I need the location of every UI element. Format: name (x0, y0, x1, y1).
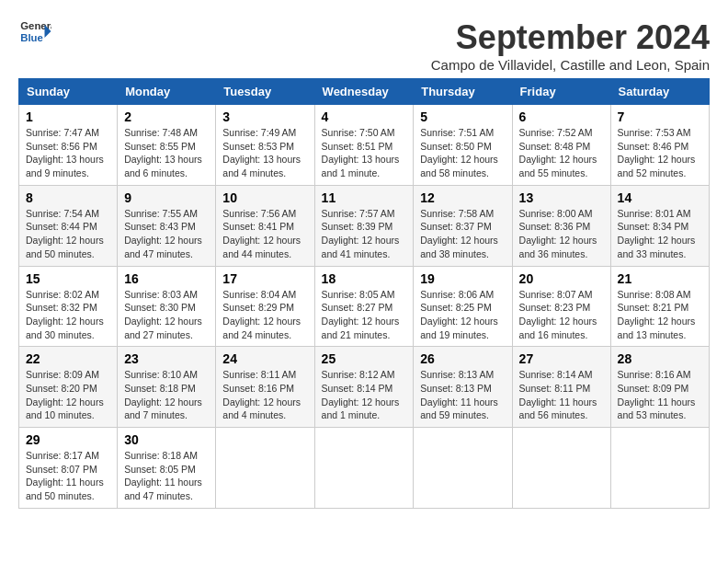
day-info: Sunrise: 7:56 AM Sunset: 8:41 PM Dayligh… (222, 207, 307, 261)
day-info: Sunrise: 7:58 AM Sunset: 8:37 PM Dayligh… (420, 207, 505, 261)
calendar-cell: 27Sunrise: 8:14 AM Sunset: 8:11 PM Dayli… (512, 347, 610, 428)
calendar-cell: 11Sunrise: 7:57 AM Sunset: 8:39 PM Dayli… (314, 185, 414, 266)
calendar-cell: 24Sunrise: 8:11 AM Sunset: 8:16 PM Dayli… (216, 347, 314, 428)
calendar-cell: 20Sunrise: 8:07 AM Sunset: 8:23 PM Dayli… (512, 266, 610, 347)
calendar-cell: 15Sunrise: 8:02 AM Sunset: 8:32 PM Dayli… (19, 266, 118, 347)
day-info: Sunrise: 8:09 AM Sunset: 8:20 PM Dayligh… (26, 368, 110, 422)
calendar-cell: 17Sunrise: 8:04 AM Sunset: 8:29 PM Dayli… (216, 266, 314, 347)
header-tuesday: Tuesday (216, 79, 314, 105)
day-number: 11 (322, 190, 407, 205)
day-number: 28 (618, 351, 702, 366)
day-number: 1 (26, 109, 110, 124)
day-info: Sunrise: 8:00 AM Sunset: 8:36 PM Dayligh… (519, 207, 604, 261)
day-number: 26 (420, 351, 505, 366)
day-number: 14 (618, 190, 702, 205)
day-number: 19 (420, 271, 505, 286)
calendar-cell: 8Sunrise: 7:54 AM Sunset: 8:44 PM Daylig… (19, 185, 118, 266)
page-subtitle: Campo de Villavidel, Castille and Leon, … (431, 57, 710, 73)
calendar-cell: 6Sunrise: 7:52 AM Sunset: 8:48 PM Daylig… (512, 105, 610, 186)
day-info: Sunrise: 8:01 AM Sunset: 8:34 PM Dayligh… (618, 207, 702, 261)
day-info: Sunrise: 7:51 AM Sunset: 8:50 PM Dayligh… (420, 126, 505, 180)
day-number: 8 (26, 190, 110, 205)
day-info: Sunrise: 8:08 AM Sunset: 8:21 PM Dayligh… (618, 288, 702, 342)
calendar-cell (414, 428, 512, 509)
day-info: Sunrise: 8:14 AM Sunset: 8:11 PM Dayligh… (519, 368, 604, 422)
week-row-5: 29Sunrise: 8:17 AM Sunset: 8:07 PM Dayli… (19, 428, 710, 509)
calendar-cell: 10Sunrise: 7:56 AM Sunset: 8:41 PM Dayli… (216, 185, 314, 266)
day-info: Sunrise: 8:04 AM Sunset: 8:29 PM Dayligh… (222, 288, 307, 342)
day-number: 10 (222, 190, 307, 205)
day-number: 4 (322, 109, 407, 124)
day-info: Sunrise: 7:47 AM Sunset: 8:56 PM Dayligh… (26, 126, 110, 180)
day-number: 16 (124, 271, 209, 286)
calendar-cell: 12Sunrise: 7:58 AM Sunset: 8:37 PM Dayli… (414, 185, 512, 266)
day-number: 9 (124, 190, 209, 205)
calendar-cell: 1Sunrise: 7:47 AM Sunset: 8:56 PM Daylig… (19, 105, 118, 186)
calendar-cell: 2Sunrise: 7:48 AM Sunset: 8:55 PM Daylig… (118, 105, 216, 186)
week-row-2: 8Sunrise: 7:54 AM Sunset: 8:44 PM Daylig… (19, 185, 710, 266)
calendar-cell: 18Sunrise: 8:05 AM Sunset: 8:27 PM Dayli… (314, 266, 414, 347)
day-info: Sunrise: 8:18 AM Sunset: 8:05 PM Dayligh… (124, 449, 209, 503)
logo-icon: General Blue (18, 18, 51, 44)
calendar-cell: 23Sunrise: 8:10 AM Sunset: 8:18 PM Dayli… (118, 347, 216, 428)
calendar-cell: 21Sunrise: 8:08 AM Sunset: 8:21 PM Dayli… (610, 266, 709, 347)
day-info: Sunrise: 8:12 AM Sunset: 8:14 PM Dayligh… (322, 368, 407, 422)
day-number: 17 (222, 271, 307, 286)
day-info: Sunrise: 7:55 AM Sunset: 8:43 PM Dayligh… (124, 207, 209, 261)
calendar-cell: 4Sunrise: 7:50 AM Sunset: 8:51 PM Daylig… (314, 105, 414, 186)
calendar-cell: 7Sunrise: 7:53 AM Sunset: 8:46 PM Daylig… (610, 105, 709, 186)
calendar-cell (216, 428, 314, 509)
svg-text:Blue: Blue (20, 32, 43, 43)
calendar-cell: 26Sunrise: 8:13 AM Sunset: 8:13 PM Dayli… (414, 347, 512, 428)
day-number: 6 (519, 109, 604, 124)
calendar-cell: 3Sunrise: 7:49 AM Sunset: 8:53 PM Daylig… (216, 105, 314, 186)
day-info: Sunrise: 7:54 AM Sunset: 8:44 PM Dayligh… (26, 207, 110, 261)
day-info: Sunrise: 8:03 AM Sunset: 8:30 PM Dayligh… (124, 288, 209, 342)
day-info: Sunrise: 8:16 AM Sunset: 8:09 PM Dayligh… (618, 368, 702, 422)
calendar-cell: 9Sunrise: 7:55 AM Sunset: 8:43 PM Daylig… (118, 185, 216, 266)
header-friday: Friday (512, 79, 610, 105)
header-row: SundayMondayTuesdayWednesdayThursdayFrid… (19, 79, 710, 105)
calendar-cell: 29Sunrise: 8:17 AM Sunset: 8:07 PM Dayli… (19, 428, 118, 509)
day-number: 21 (618, 271, 702, 286)
header: General Blue September 2024 Campo de Vil… (18, 18, 710, 73)
week-row-4: 22Sunrise: 8:09 AM Sunset: 8:20 PM Dayli… (19, 347, 710, 428)
day-number: 5 (420, 109, 505, 124)
header-monday: Monday (118, 79, 216, 105)
day-info: Sunrise: 8:11 AM Sunset: 8:16 PM Dayligh… (222, 368, 307, 422)
logo: General Blue (18, 18, 51, 44)
day-number: 20 (519, 271, 604, 286)
calendar-cell (314, 428, 414, 509)
day-number: 30 (124, 432, 209, 447)
week-row-3: 15Sunrise: 8:02 AM Sunset: 8:32 PM Dayli… (19, 266, 710, 347)
day-number: 12 (420, 190, 505, 205)
calendar-cell: 30Sunrise: 8:18 AM Sunset: 8:05 PM Dayli… (118, 428, 216, 509)
calendar-cell: 25Sunrise: 8:12 AM Sunset: 8:14 PM Dayli… (314, 347, 414, 428)
day-info: Sunrise: 7:57 AM Sunset: 8:39 PM Dayligh… (322, 207, 407, 261)
day-number: 15 (26, 271, 110, 286)
calendar-cell (512, 428, 610, 509)
calendar-cell (610, 428, 709, 509)
day-info: Sunrise: 8:06 AM Sunset: 8:25 PM Dayligh… (420, 288, 505, 342)
calendar-cell: 28Sunrise: 8:16 AM Sunset: 8:09 PM Dayli… (610, 347, 709, 428)
day-info: Sunrise: 7:48 AM Sunset: 8:55 PM Dayligh… (124, 126, 209, 180)
calendar-cell: 19Sunrise: 8:06 AM Sunset: 8:25 PM Dayli… (414, 266, 512, 347)
day-number: 3 (222, 109, 307, 124)
day-info: Sunrise: 8:05 AM Sunset: 8:27 PM Dayligh… (322, 288, 407, 342)
day-info: Sunrise: 7:50 AM Sunset: 8:51 PM Dayligh… (322, 126, 407, 180)
day-number: 18 (322, 271, 407, 286)
day-info: Sunrise: 8:07 AM Sunset: 8:23 PM Dayligh… (519, 288, 604, 342)
day-info: Sunrise: 7:49 AM Sunset: 8:53 PM Dayligh… (222, 126, 307, 180)
day-number: 7 (618, 109, 702, 124)
day-number: 24 (222, 351, 307, 366)
day-info: Sunrise: 7:53 AM Sunset: 8:46 PM Dayligh… (618, 126, 702, 180)
day-number: 23 (124, 351, 209, 366)
page-title: September 2024 (431, 18, 710, 57)
day-info: Sunrise: 8:10 AM Sunset: 8:18 PM Dayligh… (124, 368, 209, 422)
day-info: Sunrise: 8:13 AM Sunset: 8:13 PM Dayligh… (420, 368, 505, 422)
week-row-1: 1Sunrise: 7:47 AM Sunset: 8:56 PM Daylig… (19, 105, 710, 186)
header-sunday: Sunday (19, 79, 118, 105)
day-number: 29 (26, 432, 110, 447)
day-number: 2 (124, 109, 209, 124)
header-wednesday: Wednesday (314, 79, 414, 105)
